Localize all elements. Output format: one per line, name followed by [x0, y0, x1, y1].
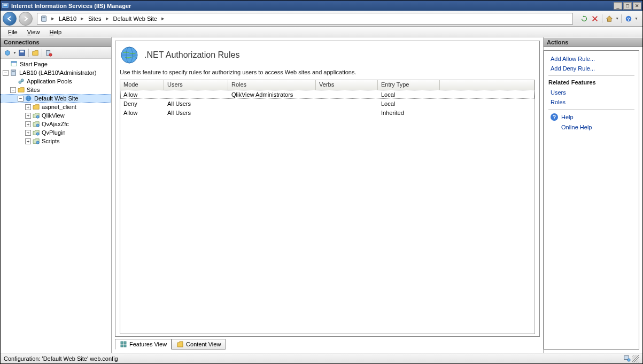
separator [28, 49, 29, 57]
save-icon[interactable] [17, 48, 27, 58]
chevron-right-icon[interactable]: ▸ [160, 15, 166, 22]
chevron-down-icon[interactable]: ▼ [615, 17, 619, 20]
svg-rect-4 [42, 17, 45, 18]
svg-point-24 [36, 124, 39, 127]
collapse-icon[interactable]: − [18, 96, 24, 102]
tree-label: QvAjaxZfc [42, 121, 69, 127]
forward-button[interactable] [19, 12, 33, 26]
grid-body: Allow QlikView Administrators Local Deny… [120, 90, 534, 334]
help-icon[interactable]: ? [624, 14, 633, 24]
back-button[interactable] [3, 12, 17, 26]
grid-header: Mode Users Roles Verbs Entry Type [120, 80, 534, 90]
svg-point-13 [49, 53, 52, 56]
nav-toolbar: ▸ LAB10 ▸ Sites ▸ Default Web Site ▸ ▼ ? [1, 11, 642, 27]
folder-up-icon[interactable] [30, 48, 40, 58]
grid-row[interactable]: Allow All Users Inherited [120, 108, 534, 117]
chevron-down-icon[interactable]: ▼ [13, 51, 17, 55]
tree-default-site[interactable]: − Default Web Site [1, 94, 111, 103]
tree-aspnet-client[interactable]: + aspnet_client [1, 103, 111, 111]
center-panel: .NET Authorization Rules Use this featur… [112, 37, 543, 353]
action-add-deny[interactable]: Add Deny Rule... [548, 64, 634, 73]
chevron-down-icon[interactable]: ▼ [634, 17, 638, 20]
action-help[interactable]: ? Help [548, 112, 634, 122]
separator [42, 49, 42, 57]
chevron-right-icon[interactable]: ▸ [50, 15, 56, 22]
tab-features-view[interactable]: Features View [115, 339, 172, 350]
maximize-button[interactable]: □ [623, 2, 632, 10]
expand-icon[interactable]: + [25, 104, 31, 110]
view-tabs: Features View Content View [115, 339, 540, 350]
chevron-right-icon[interactable]: ▸ [80, 15, 85, 22]
close-button[interactable]: ✕ [633, 2, 641, 10]
resize-grip[interactable] [632, 355, 639, 362]
menubar: File View Help [1, 27, 642, 37]
menu-help[interactable]: Help [45, 28, 66, 36]
col-verbs[interactable]: Verbs [316, 80, 378, 90]
svg-rect-31 [124, 342, 126, 344]
col-roles[interactable]: Roles [228, 80, 316, 90]
sites-folder-icon [17, 86, 26, 94]
separator [621, 14, 622, 23]
tree-sites[interactable]: − Sites [1, 86, 111, 94]
expand-icon[interactable]: + [25, 130, 31, 136]
breadcrumb[interactable]: ▸ LAB10 ▸ Sites ▸ Default Web Site ▸ [37, 13, 573, 25]
menu-view[interactable]: View [23, 28, 44, 36]
tree-label: aspnet_client [42, 104, 76, 110]
col-mode[interactable]: Mode [120, 80, 164, 90]
col-users[interactable]: Users [164, 80, 228, 90]
action-add-allow[interactable]: Add Allow Rule... [548, 54, 634, 64]
server-icon [10, 69, 18, 76]
svg-rect-1 [4, 4, 7, 5]
tree-app-pools[interactable]: Application Pools [1, 77, 111, 86]
action-online-help[interactable]: Online Help [548, 122, 634, 132]
tree-label: Application Pools [27, 78, 72, 84]
cell-mode: Deny [120, 100, 164, 107]
minimize-button[interactable]: _ [614, 2, 622, 10]
tab-content-view[interactable]: Content View [172, 339, 226, 350]
tree-qlikview[interactable]: + QlikView [1, 111, 111, 120]
tree-server[interactable]: − LAB10 (LAB10\Administrator) [1, 68, 111, 77]
svg-point-35 [627, 358, 630, 361]
refresh-icon[interactable] [579, 14, 589, 24]
tree-label: QlikView [42, 112, 65, 119]
collapse-icon[interactable]: − [10, 87, 16, 93]
action-users[interactable]: Users [548, 88, 634, 97]
expand-icon[interactable]: + [25, 138, 31, 144]
tree-qvplugin[interactable]: + QvPlugin [1, 128, 111, 137]
tree-start-page[interactable]: Start Page [1, 60, 111, 68]
breadcrumb-sites[interactable]: Sites [86, 16, 103, 22]
tree-label: QvPlugin [42, 129, 66, 136]
tree-qvajaxzfc[interactable]: + QvAjaxZfc [1, 120, 111, 128]
vdir-icon [32, 137, 41, 145]
action-roles[interactable]: Roles [548, 97, 634, 107]
grid-row[interactable]: Deny All Users Local [120, 99, 534, 108]
cell-entry: Local [378, 100, 440, 107]
actions-related-header: Related Features [548, 75, 634, 88]
connect-icon[interactable] [3, 48, 12, 58]
svg-point-9 [5, 50, 10, 55]
cell-users: All Users [164, 110, 228, 116]
svg-rect-33 [124, 345, 126, 347]
chevron-right-icon[interactable]: ▸ [105, 15, 110, 22]
actions-header: Actions [544, 37, 642, 47]
expand-icon[interactable]: + [25, 121, 31, 127]
col-entry[interactable]: Entry Type [378, 80, 440, 90]
svg-rect-15 [11, 61, 17, 63]
tree-scripts[interactable]: + Scripts [1, 137, 111, 145]
breadcrumb-site[interactable]: Default Web Site [111, 16, 159, 22]
menu-file[interactable]: File [4, 28, 22, 36]
stop-icon[interactable] [590, 14, 600, 24]
home-icon[interactable] [605, 14, 614, 24]
tree-label: Default Web Site [34, 95, 78, 102]
tab-label: Content View [186, 341, 221, 347]
content-view-icon [176, 340, 184, 348]
cell-roles: QlikView Administrators [228, 91, 316, 98]
server-refresh-icon[interactable] [44, 48, 53, 58]
content-box: .NET Authorization Rules Use this featur… [115, 41, 540, 337]
collapse-icon[interactable]: − [3, 70, 9, 76]
expand-icon[interactable]: + [25, 113, 31, 119]
titlebar: Internet Information Services (IIS) Mana… [1, 1, 642, 11]
svg-point-25 [36, 133, 39, 135]
breadcrumb-server[interactable]: LAB10 [57, 16, 79, 22]
grid-row[interactable]: Allow QlikView Administrators Local [120, 90, 534, 99]
